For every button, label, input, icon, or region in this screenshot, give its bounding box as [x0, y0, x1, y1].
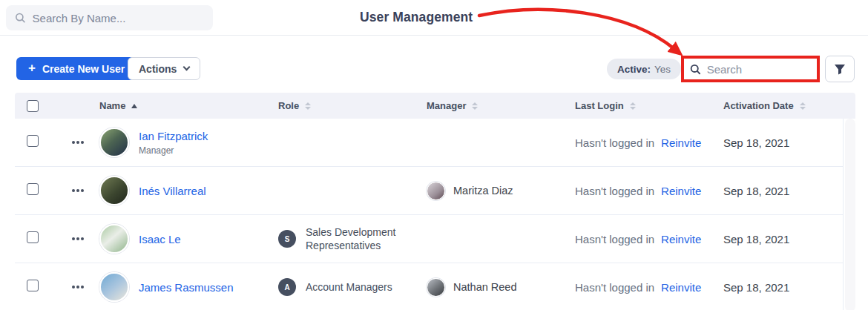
user-subtitle: Manager — [139, 145, 208, 156]
column-header-name[interactable]: Name — [99, 100, 278, 111]
chevron-down-icon — [183, 64, 191, 71]
ellipsis-icon[interactable] — [76, 237, 79, 240]
topbar-search[interactable] — [6, 5, 213, 30]
row-checkbox[interactable] — [27, 280, 39, 291]
user-name-link[interactable]: Isaac Le — [139, 233, 181, 245]
reinvite-link[interactable]: Reinvite — [661, 185, 701, 197]
ellipsis-icon[interactable] — [76, 189, 79, 192]
reinvite-link[interactable]: Reinvite — [661, 136, 701, 149]
activation-date: Sep 18, 2021 — [717, 136, 844, 149]
table-row: James Rasmussen A Account Managers Natha… — [15, 263, 843, 310]
table-search-input[interactable] — [707, 63, 811, 76]
search-by-name-input[interactable] — [33, 12, 204, 24]
role-badge: A — [278, 278, 296, 296]
avatar — [99, 224, 129, 254]
column-header-manager[interactable]: Manager — [427, 100, 575, 111]
actions-label: Actions — [139, 63, 177, 75]
user-name-link[interactable]: James Rasmussen — [139, 281, 234, 294]
manager-name: Nathan Reed — [453, 281, 516, 293]
table-row: Isaac Le S Sales Development Representat… — [15, 215, 843, 263]
manager-name: Maritza Diaz — [453, 185, 513, 197]
column-header-activation-date[interactable]: Activation Date — [717, 100, 855, 111]
search-icon — [15, 12, 26, 24]
sort-asc-icon — [131, 104, 137, 108]
last-login-text: Hasn't logged in — [575, 281, 654, 294]
activation-date: Sep 18, 2021 — [717, 281, 844, 294]
sort-both-icon — [800, 102, 806, 110]
table-row: Ian Fitzpatrick Manager Hasn't logged in… — [15, 119, 843, 167]
last-login-text: Hasn't logged in — [575, 136, 654, 149]
user-name-link[interactable]: Ian Fitzpatrick — [139, 130, 208, 142]
role-cell: S Sales Development Representatives — [278, 225, 427, 252]
sort-both-icon — [630, 102, 636, 110]
active-filter-label: Active: — [617, 64, 651, 75]
row-checkbox[interactable] — [27, 183, 39, 195]
last-login-text: Hasn't logged in — [575, 185, 654, 197]
actions-button[interactable]: Actions — [128, 57, 200, 80]
user-name-link[interactable]: Inés Villarreal — [139, 185, 206, 197]
row-checkbox[interactable] — [27, 231, 39, 243]
manager-cell: Nathan Reed — [427, 278, 575, 297]
column-header-last-login[interactable]: Last Login — [575, 100, 717, 111]
ellipsis-icon[interactable] — [76, 141, 79, 144]
create-new-user-button[interactable]: + Create New User — [16, 57, 137, 80]
manager-avatar — [427, 278, 445, 297]
table-header-row: Name Role Manager Last Login Activation … — [15, 93, 855, 119]
sort-both-icon — [472, 102, 478, 110]
avatar — [99, 176, 129, 205]
role-label: Account Managers — [306, 280, 392, 294]
table-body: Ian Fitzpatrick Manager Hasn't logged in… — [15, 119, 844, 310]
activation-date: Sep 18, 2021 — [717, 233, 844, 245]
row-checkbox[interactable] — [27, 135, 39, 147]
avatar — [99, 128, 129, 157]
funnel-icon — [834, 64, 846, 75]
user-management-page: User Management + Create New User Action… — [0, 0, 868, 310]
role-label: Sales Development Representatives — [306, 225, 398, 252]
role-badge: S — [278, 230, 296, 248]
select-all-cell — [15, 100, 56, 112]
create-new-user-label: Create New User — [42, 63, 125, 75]
table-search-box-highlighted[interactable] — [681, 56, 820, 82]
reinvite-link[interactable]: Reinvite — [661, 281, 701, 294]
active-filter-value: Yes — [654, 64, 671, 75]
sort-both-icon — [305, 102, 311, 110]
avatar — [99, 272, 129, 302]
plus-icon: + — [28, 62, 36, 74]
reinvite-link[interactable]: Reinvite — [661, 233, 701, 245]
vertical-scrollbar[interactable] — [845, 119, 855, 310]
manager-avatar — [427, 182, 445, 200]
active-filter-badge[interactable]: Active: Yes — [607, 59, 681, 79]
search-icon — [690, 63, 701, 76]
page-title: User Management — [360, 10, 473, 25]
column-header-role[interactable]: Role — [278, 100, 427, 111]
last-login-text: Hasn't logged in — [575, 233, 654, 245]
activation-date: Sep 18, 2021 — [717, 185, 844, 197]
table-row: Inés Villarreal Maritza Diaz Hasn't logg… — [15, 167, 843, 215]
users-table: Name Role Manager Last Login Activation … — [15, 93, 855, 310]
manager-cell: Maritza Diaz — [427, 182, 575, 200]
role-cell: A Account Managers — [278, 278, 427, 296]
ellipsis-icon[interactable] — [76, 286, 79, 288]
filter-button[interactable] — [825, 56, 855, 82]
select-all-checkbox[interactable] — [27, 100, 39, 112]
